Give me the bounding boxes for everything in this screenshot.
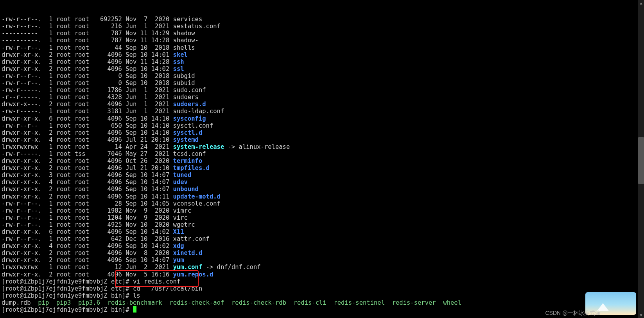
ls-row: drwxr-xr-x. 4 root root 4096 Jul 21 20:1… bbox=[2, 136, 644, 143]
scrollbar[interactable]: ▲ ▼ bbox=[638, 0, 644, 318]
ls-row: drwxr-xr-x. 2 root root 4096 Sep 10 14:1… bbox=[2, 129, 644, 136]
ls-row: -rw-r--r--. 1 root root 0 Sep 10 2018 su… bbox=[2, 72, 644, 80]
ls-row: drwxr-xr-x. 2 root root 4096 Sep 10 14:0… bbox=[2, 51, 644, 58]
ls-row: drwxr-xr-x. 2 root root 4096 Sep 10 14:0… bbox=[2, 65, 644, 72]
scroll-thumb[interactable] bbox=[638, 137, 644, 184]
ls-row: lrwxrwxrwx 1 root root 14 Apr 24 2021 sy… bbox=[2, 143, 644, 150]
ls-row: drwxr-xr-x. 2 root root 4096 Sep 10 14:0… bbox=[2, 186, 644, 193]
ls-row: -rw-r-----. 1 root root 3181 Jun 1 2021 … bbox=[2, 108, 644, 115]
ls-row: -rw-r--r--. 1 root root 692252 Nov 7 202… bbox=[2, 16, 644, 23]
ls-row: lrwxrwxrwx 1 root root 12 Jun 2 2021 yum… bbox=[2, 264, 644, 271]
ls-row: drwxr-xr-x. 4 root root 4096 Sep 10 14:0… bbox=[2, 242, 644, 249]
cursor bbox=[133, 306, 136, 313]
ls-row: drwxr-xr-x. 6 root root 4096 Sep 10 14:1… bbox=[2, 115, 644, 122]
prompt-line: [root@iZbp1j7ejfdn1ye9fmbvbjZ etc]# cd /… bbox=[2, 285, 644, 292]
watermark-text: CSDN @一杯冰美式sir bbox=[545, 309, 601, 316]
ls-row: drwxr-xr-x. 2 root root 4096 Nov 8 2020 … bbox=[2, 249, 644, 257]
ls-row: drwxr-xr-x. 4 root root 4096 Sep 10 14:0… bbox=[2, 179, 644, 186]
prompt-line: [root@iZbp1j7ejfdn1ye9fmbvbjZ bin]# ls bbox=[2, 292, 644, 299]
ls-row: drwxr-xr-x. 3 root root 4096 Sep 10 14:0… bbox=[2, 172, 644, 179]
ls-row: ----------. 1 root root 787 Nov 11 14:28… bbox=[2, 37, 644, 44]
ls-row: drwxr-xr-x. 2 root root 4096 Sep 10 14:0… bbox=[2, 257, 644, 264]
ls-row: -rw-r--r--. 1 root root 4925 Nov 10 2020… bbox=[2, 221, 644, 228]
ls-bin-output: dump.rdb pip pip3 pip3.6 redis-benchmark… bbox=[2, 299, 644, 306]
ls-row: drwxr-xr-x. 6 root root 4096 Sep 10 14:0… bbox=[2, 228, 644, 235]
ls-row: -rw-r--r--. 1 root root 28 Sep 10 14:05 … bbox=[2, 200, 644, 207]
ls-row: drwxr-xr-x. 3 root root 4096 Nov 11 14:2… bbox=[2, 58, 644, 65]
prompt-line: [root@iZbp1j7ejfdn1ye9fmbvbjZ etc]# vi r… bbox=[2, 278, 644, 285]
ls-row: -rw-r-----. 1 root root 1786 Jun 1 2021 … bbox=[2, 87, 644, 94]
ls-row: -rw-r--r--. 1 root root 1982 Nov 9 2020 … bbox=[2, 207, 644, 214]
ls-row: drwxr-xr-x. 2 root root 4096 Jul 21 20:1… bbox=[2, 164, 644, 172]
ls-row: drwxr-xr-x. 2 root root 4096 Sep 10 14:1… bbox=[2, 193, 644, 200]
terminal-window[interactable]: -rw-r--r--. 1 root root 692252 Nov 7 202… bbox=[0, 0, 644, 318]
ls-row: -rw-r--r--. 1 root root 0 Sep 10 2018 su… bbox=[2, 80, 644, 87]
ls-row: drwxr-xr-x. 2 root root 4096 Nov 5 16:16… bbox=[2, 271, 644, 278]
ls-row: -rw-r--r--. 1 root root 642 Dec 10 2016 … bbox=[2, 235, 644, 242]
ls-row: ---------- 1 root root 787 Nov 11 14:29 … bbox=[2, 30, 644, 37]
ls-row: -rw-r--r--. 1 root root 216 Jun 1 2021 s… bbox=[2, 23, 644, 30]
ls-row: -rw-r--r--. 1 root root 44 Sep 10 2018 s… bbox=[2, 44, 644, 51]
ls-row: -r--r-----. 1 root root 4328 Jun 1 2021 … bbox=[2, 94, 644, 101]
ls-row: -rw-r-----. 1 root tss 7046 May 27 2021 … bbox=[2, 150, 644, 157]
ls-row: -rw-r--r-- 1 root root 650 Sep 10 14:10 … bbox=[2, 122, 644, 129]
scroll-down-arrow[interactable]: ▼ bbox=[638, 312, 644, 318]
ls-row: drwxr-x---. 2 root root 4096 Jun 1 2021 … bbox=[2, 101, 644, 108]
ls-row: -rw-r--r--. 1 root root 1204 Nov 9 2020 … bbox=[2, 214, 644, 221]
scroll-up-arrow[interactable]: ▲ bbox=[638, 0, 644, 6]
terminal-output: -rw-r--r--. 1 root root 692252 Nov 7 202… bbox=[2, 16, 644, 313]
ls-row: drwxr-xr-x. 2 root root 4096 Oct 26 2020… bbox=[2, 157, 644, 164]
